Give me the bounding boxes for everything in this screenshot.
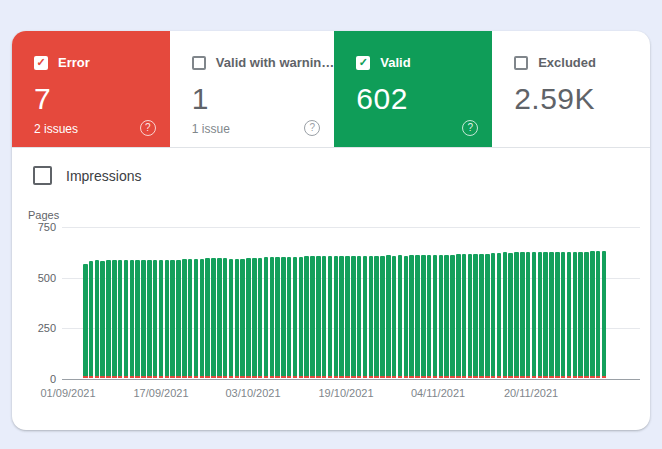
daily-bar [310, 256, 315, 378]
daily-bar [205, 258, 210, 378]
daily-bar [141, 260, 146, 378]
valid-with-warnings-status-card[interactable]: Valid with warnin… 1 1 issue ? [170, 31, 334, 147]
impressions-toggle-row: Impressions [12, 148, 650, 185]
daily-bar [584, 252, 589, 378]
daily-bar [264, 257, 269, 378]
valid-status-card[interactable]: ✓ Valid 602 ? [334, 31, 492, 147]
daily-bar [392, 256, 397, 378]
error-status-card[interactable]: ✓ Error 7 2 issues ? [12, 31, 170, 147]
x-axis-date-label: 17/09/2021 [133, 387, 188, 399]
daily-bar [514, 252, 519, 378]
card-header: Excluded [514, 55, 650, 70]
chart-plot-area[interactable]: 750500250001/09/202117/09/202103/10/2021… [62, 227, 640, 379]
daily-bar [182, 259, 187, 378]
daily-bar [561, 252, 566, 378]
daily-bar [153, 260, 158, 378]
daily-bar [485, 254, 490, 378]
excluded-count: 2.59K [514, 82, 650, 116]
daily-bar [538, 252, 543, 378]
daily-bar [520, 252, 525, 378]
error-card-label: Error [58, 55, 90, 70]
daily-bar [246, 258, 251, 378]
daily-bar [252, 258, 257, 378]
excluded-card-label: Excluded [538, 55, 596, 70]
daily-bar [602, 251, 607, 378]
daily-bar [118, 260, 123, 378]
daily-bar [299, 257, 304, 378]
card-header: ✓ Error [34, 55, 170, 70]
excluded-issues-text [514, 122, 650, 136]
daily-bar [596, 251, 601, 378]
x-axis-date-label: 01/09/2021 [40, 387, 95, 399]
daily-bar [497, 253, 502, 378]
daily-bar [456, 254, 461, 378]
excluded-status-card[interactable]: Excluded 2.59K [492, 31, 650, 147]
valid-count: 602 [356, 82, 492, 116]
impressions-checkbox[interactable] [33, 166, 52, 185]
daily-bar [304, 256, 309, 378]
daily-bar [508, 253, 513, 378]
daily-bar [112, 260, 117, 378]
daily-bar [275, 257, 280, 378]
daily-bar [409, 255, 414, 378]
daily-bar [427, 255, 432, 378]
daily-bar [334, 256, 339, 378]
valid-with-warnings-card-label: Valid with warnin… [216, 55, 334, 70]
daily-bar [526, 252, 531, 378]
daily-bar [281, 257, 286, 378]
daily-bar [473, 254, 478, 378]
daily-bar [229, 259, 234, 378]
daily-bar [211, 258, 216, 378]
daily-bar [369, 256, 374, 378]
daily-bar [147, 260, 152, 378]
daily-bar [462, 254, 467, 378]
daily-bar [159, 260, 164, 378]
daily-bar [351, 256, 356, 378]
daily-bar [357, 256, 362, 378]
daily-bar [555, 252, 560, 378]
x-axis-date-label: 04/11/2021 [411, 387, 465, 399]
daily-bar [567, 252, 572, 378]
error-count: 7 [34, 82, 170, 116]
impressions-label: Impressions [66, 168, 141, 184]
valid-with-warnings-checkbox[interactable] [192, 56, 206, 70]
daily-bar [433, 255, 438, 378]
daily-bar [398, 255, 403, 378]
daily-bar [439, 255, 444, 378]
daily-bar [124, 260, 129, 378]
excluded-checkbox[interactable] [514, 56, 528, 70]
daily-bar [491, 253, 496, 378]
daily-bar [590, 251, 595, 378]
valid-card-label: Valid [380, 55, 410, 70]
daily-bar [578, 252, 583, 378]
help-icon[interactable]: ? [140, 120, 156, 136]
daily-bar [135, 260, 140, 378]
daily-bar [258, 258, 263, 378]
daily-bar [194, 259, 199, 378]
daily-bar [328, 256, 333, 378]
y-axis-tick-label: 250 [20, 322, 56, 334]
y-axis-tick-label: 0 [20, 373, 56, 385]
x-axis-date-label: 20/11/2021 [504, 387, 558, 399]
daily-bar [444, 255, 449, 378]
daily-bar [345, 256, 350, 378]
daily-bar [293, 257, 298, 378]
daily-bar [363, 256, 368, 378]
card-header: ✓ Valid [356, 55, 492, 70]
daily-bar [421, 255, 426, 378]
daily-bar [374, 256, 379, 378]
daily-bar [200, 259, 205, 378]
daily-bar [95, 260, 100, 378]
card-header: Valid with warnin… [192, 55, 334, 70]
daily-bar [165, 260, 170, 378]
daily-bar [339, 256, 344, 378]
chart-y-axis-title: Pages [28, 209, 650, 221]
error-checkbox[interactable]: ✓ [34, 56, 48, 70]
daily-bar [223, 258, 228, 378]
daily-bar [415, 255, 420, 378]
y-axis-tick-label: 500 [20, 272, 56, 284]
y-axis-tick-label: 750 [20, 221, 56, 233]
valid-checkbox[interactable]: ✓ [356, 56, 370, 70]
daily-bar [316, 256, 321, 378]
daily-bar [188, 259, 193, 378]
